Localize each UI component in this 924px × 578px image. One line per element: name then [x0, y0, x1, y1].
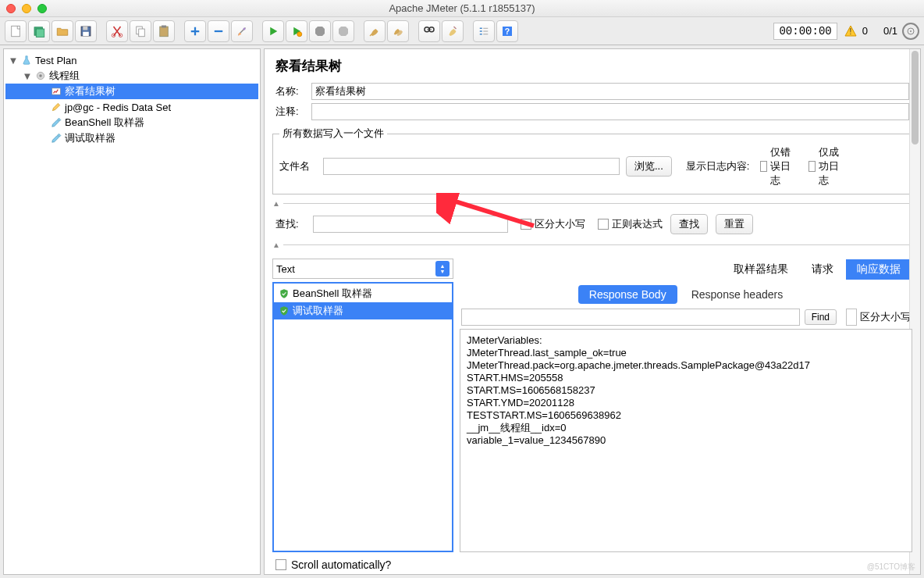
only-error-checkbox[interactable]: 仅错误日志 [760, 145, 798, 187]
main-split: ▼ Test Plan ▼ 线程组 察看结果树 jp@gc - Redis Da… [0, 45, 924, 578]
expand-button[interactable] [184, 20, 206, 42]
toggle-button[interactable] [231, 20, 253, 42]
showlog-label: 显示日志内容: [686, 159, 750, 173]
pencil-icon [49, 101, 63, 113]
toolbar: ? 00:00:00 ! 0 0/1 [0, 17, 924, 45]
browse-button[interactable]: 浏览... [626, 156, 672, 177]
collapse-button[interactable] [208, 20, 229, 42]
tree-label: 线程组 [49, 69, 80, 83]
start-no-timers-button[interactable] [286, 20, 307, 42]
reset-search-button[interactable] [442, 20, 464, 42]
expand-icon[interactable]: ▼ [23, 71, 32, 80]
tree-testplan[interactable]: ▼ Test Plan [5, 52, 258, 68]
function-helper-button[interactable] [473, 20, 495, 42]
tab-request[interactable]: 请求 [800, 259, 845, 280]
paste-button[interactable] [153, 20, 175, 42]
tree-debug[interactable]: 调试取样器 [5, 130, 258, 146]
gear-icon [34, 70, 48, 82]
maximize-window-button[interactable] [37, 4, 47, 13]
new-button[interactable] [5, 20, 27, 42]
combo-text: Text [276, 263, 295, 275]
svg-rect-11 [162, 25, 166, 27]
chk-label: 区分大小写 [535, 217, 585, 231]
regex-checkbox[interactable]: 正则表达式 [598, 217, 663, 231]
svg-rect-10 [160, 27, 169, 37]
svg-rect-0 [12, 26, 20, 37]
sample-item[interactable]: BeanShell 取样器 [274, 285, 452, 302]
svg-rect-2 [36, 29, 44, 37]
tree-threadgroup[interactable]: ▼ 线程组 [5, 68, 258, 84]
save-button[interactable] [75, 20, 97, 42]
templates-button[interactable] [28, 20, 50, 42]
warn-count: 0 [862, 25, 868, 37]
clear-all-button[interactable] [387, 20, 409, 42]
search-input[interactable] [313, 216, 508, 233]
status-counters: ! 0 0/1 [844, 23, 919, 40]
chk-label: 正则表达式 [612, 217, 663, 231]
find-button[interactable]: Find [805, 309, 837, 325]
config-panel: 察看结果树 名称: 注释: 所有数据写入一个文件 文件名 浏览... 显示日志内… [264, 48, 921, 575]
tab-response[interactable]: 响应数据 [845, 259, 912, 280]
svg-point-20 [910, 30, 912, 32]
close-window-button[interactable] [6, 4, 16, 13]
response-body[interactable]: JMeterVariables: JMeterThread.last_sampl… [460, 329, 912, 552]
chk-label: 区分大小写 [860, 310, 911, 324]
tree-beanshell[interactable]: BeanShell 取样器 [5, 115, 258, 130]
start-button[interactable] [262, 20, 284, 42]
sample-item[interactable]: 调试取样器 [274, 302, 452, 319]
svg-text:?: ? [505, 26, 510, 35]
shutdown-button[interactable] [332, 20, 354, 42]
clear-button[interactable] [364, 20, 386, 42]
svg-point-22 [39, 74, 42, 77]
minimize-window-button[interactable] [22, 4, 31, 13]
success-icon [279, 305, 290, 316]
comment-input[interactable] [311, 103, 909, 120]
scroll-auto-checkbox[interactable] [275, 559, 286, 570]
sample-list[interactable]: BeanShell 取样器 调试取样器 [272, 282, 453, 552]
svg-rect-5 [83, 31, 89, 35]
search-button[interactable]: 查找 [670, 214, 708, 234]
find-case-checkbox[interactable]: 区分大小写 [846, 309, 911, 326]
tree-label: jp@gc - Redis Data Set [65, 102, 171, 113]
tree-redis[interactable]: jp@gc - Redis Data Set [5, 99, 258, 115]
window-title: Apache JMeter (5.1.1 r1855137) [0, 2, 924, 14]
results-area: Text ▲▼ BeanShell 取样器 调试取样器 取样器结果 [265, 252, 920, 555]
filename-label: 文件名 [279, 159, 317, 173]
dropper-icon [49, 116, 63, 129]
writefile-fieldset: 所有数据写入一个文件 文件名 浏览... 显示日志内容: 仅错误日志 仅成功日志 [272, 127, 912, 194]
svg-point-12 [243, 27, 246, 30]
name-label: 名称: [275, 84, 305, 98]
chk-label: 仅错误日志 [770, 145, 798, 187]
chk-label: 仅成功日志 [819, 145, 846, 187]
search-button[interactable] [418, 20, 440, 42]
svg-rect-4 [83, 27, 87, 30]
response-subtabs: Response Body Response headers [460, 285, 912, 304]
tree-label: BeanShell 取样器 [65, 116, 144, 130]
name-input[interactable] [311, 83, 909, 100]
tree-panel[interactable]: ▼ Test Plan ▼ 线程组 察看结果树 jp@gc - Redis Da… [3, 48, 261, 575]
tab-sampler[interactable]: 取样器结果 [722, 259, 800, 280]
sample-label: BeanShell 取样器 [293, 287, 372, 301]
find-input[interactable] [461, 309, 800, 326]
tree-label: 调试取样器 [65, 131, 116, 145]
scroll-auto-label: Scroll automatically? [291, 558, 391, 571]
expand-icon[interactable]: ▼ [9, 55, 18, 65]
filename-input[interactable] [323, 158, 620, 175]
tree-viewresults[interactable]: 察看结果树 [5, 84, 258, 99]
help-button[interactable]: ? [496, 20, 518, 42]
copy-button[interactable] [130, 20, 151, 42]
warning-icon: ! [844, 24, 858, 38]
only-success-checkbox[interactable]: 仅成功日志 [808, 145, 846, 187]
svg-text:!: ! [849, 27, 851, 36]
open-button[interactable] [52, 20, 73, 42]
svg-rect-23 [52, 88, 61, 95]
case-checkbox[interactable]: 区分大小写 [521, 217, 585, 231]
stop-button[interactable] [309, 20, 331, 42]
threads-icon [902, 23, 919, 40]
renderer-combo[interactable]: Text ▲▼ [272, 259, 453, 279]
subtab-headers[interactable]: Response headers [681, 285, 794, 304]
cut-button[interactable] [106, 20, 128, 42]
subtab-body[interactable]: Response Body [578, 285, 677, 304]
window-controls [6, 4, 47, 13]
reset-button[interactable]: 重置 [716, 214, 753, 234]
